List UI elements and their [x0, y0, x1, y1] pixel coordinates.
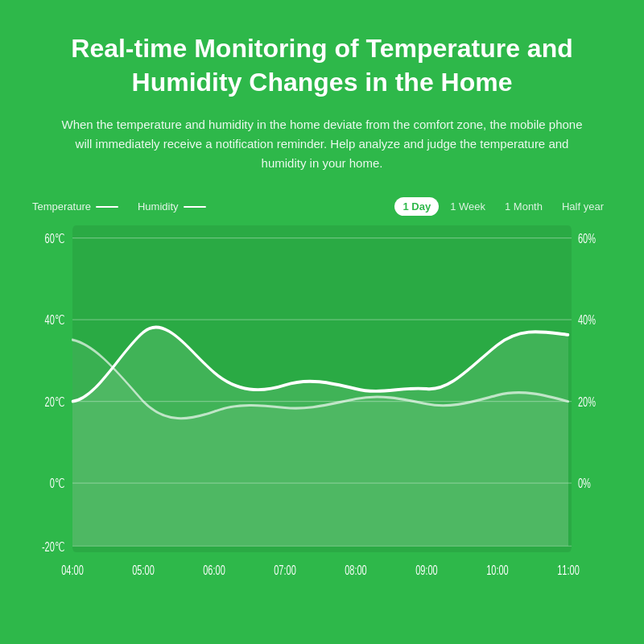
svg-text:09:00: 09:00 [415, 563, 437, 578]
svg-text:10:00: 10:00 [486, 563, 508, 578]
legend-humidity: Humidity [138, 200, 206, 213]
svg-text:60%: 60% [578, 231, 596, 246]
page-title: Real-time Monitoring of Temperature and … [32, 32, 612, 99]
temperature-label: Temperature [32, 200, 91, 213]
filter-halfyear[interactable]: Half year [554, 197, 612, 216]
time-filters: 1 Day 1 Week 1 Month Half year [394, 197, 612, 216]
humidity-line-icon [184, 206, 206, 208]
chart-wrapper: 60℃ 40℃ 20℃ 0℃ -20℃ 60% 40% 20% 0% [32, 225, 612, 628]
chart-header: Temperature Humidity 1 Day 1 Week 1 Mont… [32, 197, 612, 216]
svg-text:20%: 20% [578, 394, 596, 410]
filter-1day[interactable]: 1 Day [394, 197, 439, 216]
svg-text:60℃: 60℃ [45, 231, 64, 246]
svg-text:20℃: 20℃ [45, 394, 64, 410]
legend-temperature: Temperature [32, 200, 118, 213]
svg-text:40%: 40% [578, 312, 596, 328]
page-subtitle: When the temperature and humidity in the… [32, 115, 612, 173]
svg-text:05:00: 05:00 [132, 563, 154, 578]
humidity-label: Humidity [138, 200, 179, 213]
chart-svg: 60℃ 40℃ 20℃ 0℃ -20℃ 60% 40% 20% 0% [32, 225, 612, 628]
svg-text:0℃: 0℃ [50, 476, 64, 491]
svg-text:11:00: 11:00 [557, 563, 579, 578]
svg-text:-20℃: -20℃ [42, 539, 64, 554]
filter-1month[interactable]: 1 Month [497, 197, 551, 216]
svg-text:40℃: 40℃ [45, 312, 64, 328]
svg-text:0%: 0% [578, 476, 591, 491]
svg-text:04:00: 04:00 [61, 563, 83, 578]
legend: Temperature Humidity [32, 200, 206, 213]
svg-text:07:00: 07:00 [274, 563, 295, 578]
svg-text:08:00: 08:00 [345, 563, 366, 578]
filter-1week[interactable]: 1 Week [442, 197, 493, 216]
svg-text:06:00: 06:00 [203, 563, 225, 578]
temperature-line-icon [96, 206, 118, 208]
chart-section: Temperature Humidity 1 Day 1 Week 1 Mont… [32, 197, 612, 628]
